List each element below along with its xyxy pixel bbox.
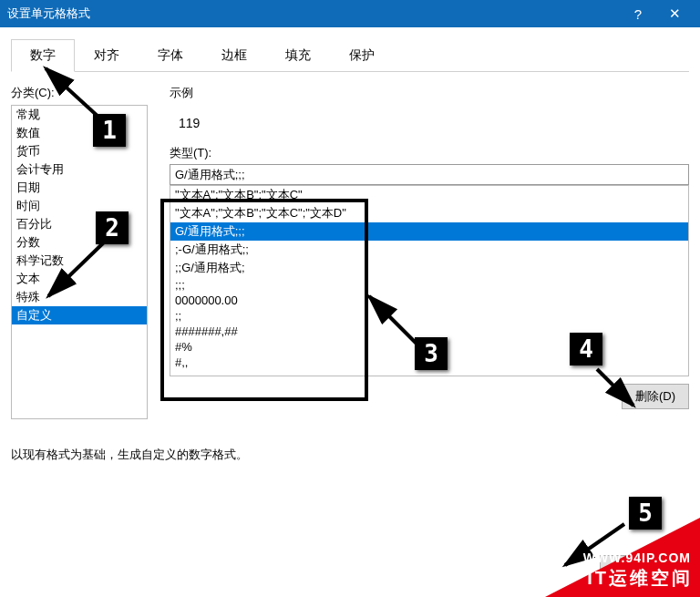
tab-number[interactable]: 数字: [11, 39, 75, 72]
tab-border[interactable]: 边框: [202, 39, 266, 72]
tabstrip: 数字 对齐 字体 边框 填充 保护: [11, 38, 689, 72]
category-item[interactable]: 科学记数: [12, 252, 147, 270]
type-item[interactable]: "文本A";"文本B";"文本C": [170, 186, 688, 204]
sample-value: 119: [170, 105, 689, 145]
type-item[interactable]: "文本A";"文本B";"文本C";"文本D": [170, 204, 688, 222]
tab-align[interactable]: 对齐: [75, 39, 139, 72]
annotation-marker-2: 2: [96, 211, 129, 244]
delete-button[interactable]: 删除(D): [622, 384, 689, 409]
window-title: 设置单元格格式: [7, 5, 620, 22]
category-item[interactable]: 货币: [12, 142, 147, 160]
category-list[interactable]: 常规 数值 货币 会计专用 日期 时间 百分比 分数 科学记数 文本 特殊 自定…: [11, 105, 148, 419]
category-item[interactable]: 文本: [12, 270, 147, 288]
category-label: 分类(C):: [11, 85, 148, 101]
annotation-marker-4: 4: [570, 333, 602, 365]
tab-fill[interactable]: 填充: [266, 39, 330, 72]
tab-font[interactable]: 字体: [139, 39, 202, 72]
sample-label: 示例: [170, 85, 689, 101]
type-item[interactable]: 0000000.00: [170, 293, 688, 308]
category-item[interactable]: 会计专用: [12, 160, 147, 179]
category-item-custom[interactable]: 自定义: [12, 306, 147, 324]
category-item[interactable]: 数值: [12, 124, 147, 142]
type-item[interactable]: ;;: [170, 308, 688, 324]
titlebar: 设置单元格格式 ? ✕: [0, 0, 700, 27]
annotation-marker-3: 3: [415, 337, 448, 370]
close-button[interactable]: ✕: [656, 5, 693, 22]
category-item[interactable]: 日期: [12, 179, 147, 197]
category-item[interactable]: 常规: [12, 106, 147, 124]
help-button[interactable]: ?: [620, 6, 656, 22]
category-column: 分类(C): 常规 数值 货币 会计专用 日期 时间 百分比 分数 科学记数 文…: [11, 85, 148, 419]
type-item[interactable]: ;;;: [170, 277, 688, 293]
tab-protect[interactable]: 保护: [330, 39, 394, 72]
type-item[interactable]: G/通用格式;;;: [170, 222, 688, 241]
category-item[interactable]: 特殊: [12, 288, 147, 306]
type-label: 类型(T):: [170, 145, 689, 161]
type-item[interactable]: ;-G/通用格式;;: [170, 241, 688, 259]
type-item[interactable]: ;;G/通用格式;: [170, 259, 688, 277]
watermark-url: WWW.94IP.COM: [583, 551, 691, 565]
type-input[interactable]: [170, 164, 689, 185]
dialog-body: 数字 对齐 字体 边框 填充 保护 分类(C): 常规 数值 货币 会计专用 日…: [0, 27, 700, 463]
annotation-marker-1: 1: [93, 114, 126, 147]
hint-text: 以现有格式为基础，生成自定义的数字格式。: [11, 447, 689, 463]
watermark-brand: IT运维空间: [587, 566, 693, 591]
delete-row: 删除(D): [170, 384, 689, 409]
